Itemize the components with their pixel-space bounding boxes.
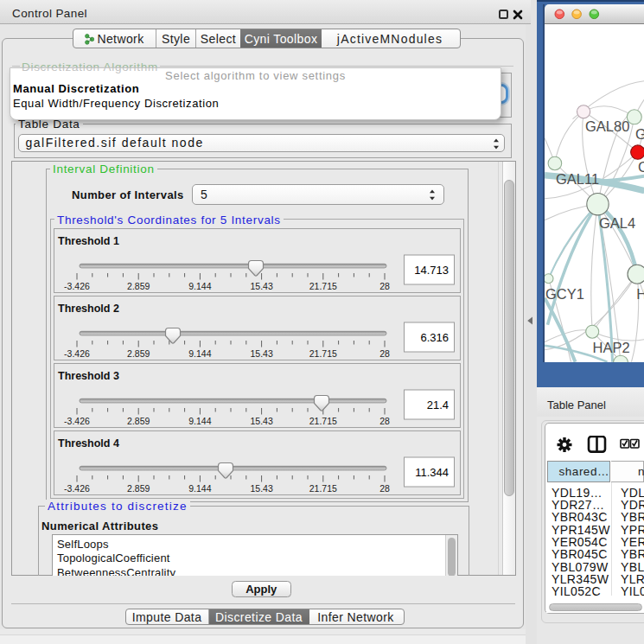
svg-text:28: 28 (379, 348, 390, 358)
svg-text:15.43: 15.43 (250, 348, 272, 358)
svg-text:GAL4: GAL4 (598, 215, 634, 231)
svg-text:9.144: 9.144 (188, 416, 211, 426)
svg-text:28: 28 (379, 280, 390, 290)
svg-text:-3.426: -3.426 (64, 483, 90, 494)
svg-text:-3.426: -3.426 (64, 348, 90, 358)
svg-text:21.715: 21.715 (309, 483, 337, 494)
svg-text:Threshold 4: Threshold 4 (58, 437, 119, 450)
svg-text:21.715: 21.715 (309, 348, 337, 358)
svg-text:GAL80: GAL80 (585, 118, 629, 134)
svg-text:15.43: 15.43 (250, 280, 272, 290)
svg-text:CY: CY (637, 159, 644, 175)
svg-text:15.43: 15.43 (250, 416, 272, 426)
svg-text:2.859: 2.859 (127, 280, 150, 290)
svg-text:21.715: 21.715 (309, 416, 337, 426)
svg-text:9.144: 9.144 (188, 483, 211, 494)
svg-text:9.144: 9.144 (188, 348, 211, 358)
svg-text:GCY1: GCY1 (545, 286, 584, 302)
svg-text:Threshold 1: Threshold 1 (58, 235, 119, 247)
svg-text:6.316: 6.316 (420, 331, 449, 344)
svg-text:2.859: 2.859 (127, 348, 150, 358)
svg-text:2.859: 2.859 (127, 483, 150, 494)
svg-text:-3.426: -3.426 (64, 280, 90, 290)
svg-text:28: 28 (379, 483, 390, 494)
svg-text:2.859: 2.859 (127, 416, 150, 426)
svg-text:14.713: 14.713 (414, 264, 449, 277)
svg-text:11.344: 11.344 (415, 466, 449, 479)
svg-text:GAL: GAL (634, 126, 644, 142)
svg-text:9.144: 9.144 (188, 280, 211, 290)
svg-text:21.4: 21.4 (427, 399, 449, 411)
svg-text:Threshold 3: Threshold 3 (58, 370, 119, 382)
svg-text:HAP2: HAP2 (592, 340, 629, 355)
svg-text:15.43: 15.43 (250, 483, 272, 494)
svg-text:Threshold 2: Threshold 2 (58, 303, 119, 315)
svg-text:GAL11: GAL11 (556, 171, 599, 187)
svg-text:28: 28 (379, 416, 390, 426)
svg-text:HA: HA (636, 286, 644, 302)
svg-text:-3.426: -3.426 (64, 416, 90, 426)
svg-text:21.715: 21.715 (309, 280, 337, 290)
